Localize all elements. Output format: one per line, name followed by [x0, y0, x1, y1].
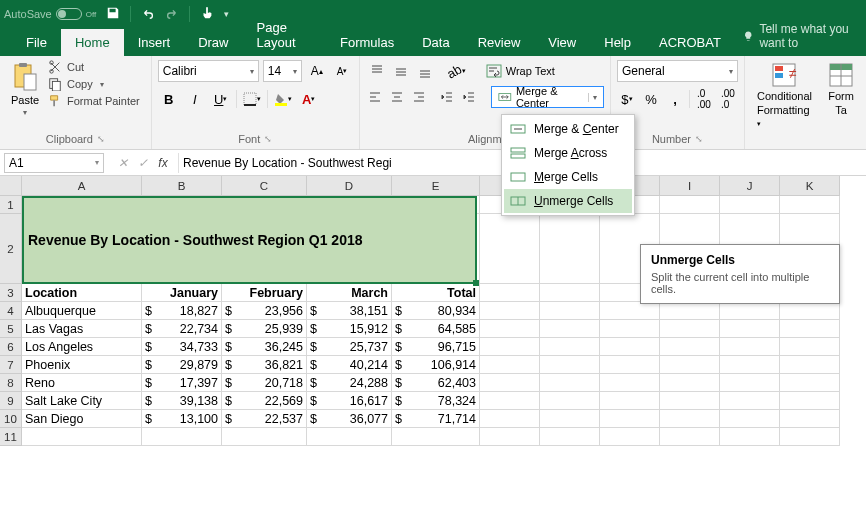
percent-format-button[interactable]: % — [641, 88, 661, 110]
cell[interactable]: March — [307, 284, 392, 302]
menu-merge-center[interactable]: Merge & Center — [504, 117, 632, 141]
merge-center-button[interactable]: Merge & Center ▾ — [491, 86, 604, 108]
cell[interactable]: $96,715 — [392, 338, 480, 356]
font-size-combo[interactable]: 14▾ — [263, 60, 302, 82]
tab-formulas[interactable]: Formulas — [326, 29, 408, 56]
dialog-launcher-icon[interactable]: ⤡ — [695, 134, 703, 144]
align-top-icon[interactable] — [366, 60, 388, 82]
cell[interactable]: $22,569 — [222, 392, 307, 410]
cell[interactable]: $40,214 — [307, 356, 392, 374]
orientation-icon[interactable]: ab▾ — [446, 60, 468, 82]
cell[interactable]: $34,733 — [142, 338, 222, 356]
align-right-icon[interactable] — [409, 86, 429, 108]
tab-home[interactable]: Home — [61, 29, 124, 56]
cell[interactable]: $80,934 — [392, 302, 480, 320]
cell[interactable]: $36,245 — [222, 338, 307, 356]
qat-customize-icon[interactable]: ▾ — [224, 9, 229, 19]
conditional-formatting-button[interactable]: ≠ Conditional Formatting ▾ — [751, 60, 818, 130]
row-header[interactable]: 3 — [0, 284, 22, 302]
bold-button[interactable]: B — [158, 88, 180, 110]
cell[interactable]: Reno — [22, 374, 142, 392]
cell[interactable]: $36,821 — [222, 356, 307, 374]
align-left-icon[interactable] — [366, 86, 386, 108]
row-header[interactable]: 1 — [0, 196, 22, 214]
row-header[interactable]: 6 — [0, 338, 22, 356]
align-center-icon[interactable] — [387, 86, 407, 108]
cell[interactable]: $15,912 — [307, 320, 392, 338]
cell[interactable]: $22,537 — [222, 410, 307, 428]
format-painter-button[interactable]: Format Painter — [48, 94, 140, 108]
enter-formula-icon[interactable]: ✓ — [134, 156, 152, 170]
cell[interactable]: $22,734 — [142, 320, 222, 338]
undo-icon[interactable] — [141, 6, 155, 23]
align-middle-icon[interactable] — [390, 60, 412, 82]
dialog-launcher-icon[interactable]: ⤡ — [97, 134, 105, 144]
increase-font-icon[interactable]: A▴ — [306, 60, 327, 82]
cell[interactable]: $39,138 — [142, 392, 222, 410]
dialog-launcher-icon[interactable]: ⤡ — [264, 134, 272, 144]
cell[interactable]: Location — [22, 284, 142, 302]
autosave-toggle[interactable]: AutoSave Off — [4, 8, 96, 20]
row-header[interactable]: 2 — [0, 214, 22, 284]
cell[interactable]: $38,151 — [307, 302, 392, 320]
cell[interactable]: $17,397 — [142, 374, 222, 392]
cut-button[interactable]: Cut — [48, 60, 140, 74]
decrease-font-icon[interactable]: A▾ — [331, 60, 352, 82]
cell[interactable]: February — [222, 284, 307, 302]
cell[interactable]: $25,939 — [222, 320, 307, 338]
cell[interactable]: Las Vagas — [22, 320, 142, 338]
col-header[interactable]: K — [780, 176, 840, 196]
cell[interactable]: $13,100 — [142, 410, 222, 428]
tab-view[interactable]: View — [534, 29, 590, 56]
cell[interactable]: $36,077 — [307, 410, 392, 428]
cell[interactable]: $23,956 — [222, 302, 307, 320]
select-all-corner[interactable] — [0, 176, 22, 196]
cell[interactable]: $25,737 — [307, 338, 392, 356]
copy-button[interactable]: Copy▾ — [48, 77, 140, 91]
col-header[interactable]: A — [22, 176, 142, 196]
cell[interactable]: $24,288 — [307, 374, 392, 392]
tab-draw[interactable]: Draw — [184, 29, 242, 56]
cell[interactable]: $16,617 — [307, 392, 392, 410]
tell-me-search[interactable]: Tell me what you want to — [735, 22, 866, 56]
tab-file[interactable]: File — [12, 29, 61, 56]
decrease-decimal-icon[interactable]: .00.0 — [718, 88, 738, 110]
italic-button[interactable]: I — [184, 88, 206, 110]
row-header[interactable]: 5 — [0, 320, 22, 338]
paste-button[interactable]: Paste ▾ — [6, 60, 44, 117]
chevron-down-icon[interactable]: ▾ — [588, 93, 597, 102]
border-button[interactable]: ▾ — [241, 88, 263, 110]
wrap-text-button[interactable]: Wrap Text — [482, 62, 559, 80]
cell[interactable]: $18,827 — [142, 302, 222, 320]
cell[interactable]: $62,403 — [392, 374, 480, 392]
increase-decimal-icon[interactable]: .0.00 — [694, 88, 714, 110]
font-name-combo[interactable]: Calibri▾ — [158, 60, 259, 82]
row-header[interactable]: 8 — [0, 374, 22, 392]
cell[interactable]: $71,714 — [392, 410, 480, 428]
cell[interactable]: Los Angeles — [22, 338, 142, 356]
increase-indent-icon[interactable] — [459, 86, 479, 108]
format-as-table-button[interactable]: Form Ta — [822, 60, 860, 130]
save-icon[interactable] — [106, 6, 120, 23]
row-header[interactable]: 4 — [0, 302, 22, 320]
fill-color-button[interactable]: ▾ — [272, 88, 294, 110]
tab-data[interactable]: Data — [408, 29, 463, 56]
comma-format-button[interactable]: , — [665, 88, 685, 110]
col-header[interactable]: E — [392, 176, 480, 196]
col-header[interactable]: D — [307, 176, 392, 196]
col-header[interactable]: C — [222, 176, 307, 196]
spreadsheet-grid[interactable]: A B C D E F G H I J K Revenue By Locatio… — [0, 176, 866, 446]
align-bottom-icon[interactable] — [414, 60, 436, 82]
cell[interactable]: $29,879 — [142, 356, 222, 374]
cell[interactable]: Phoenix — [22, 356, 142, 374]
row-header[interactable]: 7 — [0, 356, 22, 374]
cancel-formula-icon[interactable]: ✕ — [114, 156, 132, 170]
decrease-indent-icon[interactable] — [438, 86, 458, 108]
menu-unmerge-cells[interactable]: Unmerge Cells — [504, 189, 632, 213]
col-header[interactable]: J — [720, 176, 780, 196]
row-header[interactable]: 9 — [0, 392, 22, 410]
cell[interactable]: Salt Lake City — [22, 392, 142, 410]
tab-insert[interactable]: Insert — [124, 29, 185, 56]
cell[interactable]: $64,585 — [392, 320, 480, 338]
row-header[interactable]: 11 — [0, 428, 22, 446]
